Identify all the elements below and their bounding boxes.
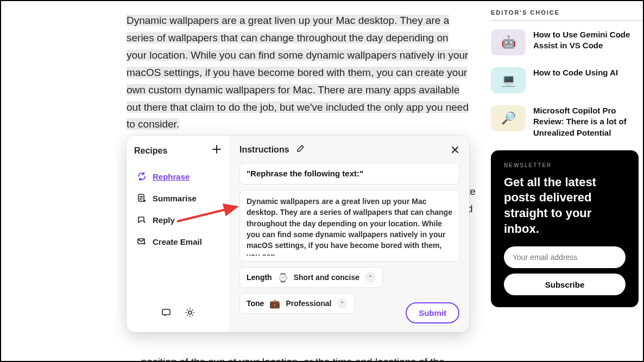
close-icon (451, 145, 459, 154)
thumbnail: 💻 (491, 67, 526, 93)
popup-sidebar: Recipes Rephrase Summarise Reply (127, 136, 230, 332)
svg-point-2 (144, 221, 146, 223)
choice-title: How to Code Using AI (533, 67, 618, 78)
briefcase-icon: 💼 (269, 299, 280, 309)
thumbnail: 🤖 (491, 29, 526, 55)
subscribe-button[interactable]: Subscribe (504, 274, 626, 295)
svg-point-4 (144, 243, 146, 245)
chat-icon[interactable] (161, 307, 172, 320)
recipe-item-summarise[interactable]: Summarise (134, 187, 222, 209)
choice-title: Microsoft Copilot Pro Review: There is a… (533, 105, 643, 138)
newsletter-card: NEWSLETTER Get all the latest posts deli… (491, 150, 639, 307)
length-option[interactable]: Length ⌚ Short and concise ⌃ (239, 267, 383, 288)
choice-title: How to Use Gemini Code Assist in VS Code (533, 29, 643, 52)
context-field[interactable]: Dynamic wallpapers are a great liven up … (239, 190, 459, 262)
divider (491, 20, 643, 21)
popup-footer (134, 307, 222, 323)
summarise-icon (136, 193, 147, 204)
edit-icon[interactable] (296, 144, 305, 155)
selected-text: Dynamic wallpapers are a great liven up … (127, 15, 469, 130)
reply-icon (136, 214, 147, 225)
instructions-header: Instructions (239, 144, 459, 155)
recipes-header: Recipes (134, 144, 222, 157)
chevron-up-icon: ⌃ (337, 298, 348, 309)
editors-choice-heading: EDITOR'S CHOICE (491, 9, 643, 16)
submit-button[interactable]: Submit (406, 302, 459, 323)
add-recipe-button[interactable] (212, 144, 222, 157)
recipe-item-rephrase[interactable]: Rephrase (134, 166, 222, 187)
popup-main: Instructions "Rephrase the following tex… (230, 136, 469, 332)
sidebar: EDITOR'S CHOICE 🤖 How to Use Gemini Code… (491, 9, 643, 307)
prompt-label: "Rephrase the following text:" (247, 169, 363, 178)
svg-point-1 (143, 200, 146, 202)
svg-point-6 (188, 311, 192, 314)
recipe-label: Create Email (153, 237, 202, 246)
plus-icon (212, 144, 222, 154)
newsletter-heading: Get all the latest posts delivered strai… (504, 175, 626, 237)
option-value: Short and concise (294, 273, 359, 282)
rephrase-popup: Recipes Rephrase Summarise Reply (127, 136, 469, 332)
rephrase-icon (136, 171, 147, 182)
editors-choice-item[interactable]: 🔎 Microsoft Copilot Pro Review: There is… (491, 105, 643, 138)
editors-choice-item[interactable]: 🤖 How to Use Gemini Code Assist in VS Co… (491, 29, 643, 55)
email-icon (136, 236, 147, 247)
watch-icon: ⌚ (277, 272, 288, 283)
recipe-item-reply[interactable]: Reply (134, 209, 222, 231)
settings-icon[interactable] (185, 307, 195, 320)
svg-rect-5 (162, 309, 170, 315)
thumbnail: 🔎 (491, 105, 526, 131)
tone-option[interactable]: Tone 💼 Professional ⌃ (239, 293, 355, 314)
email-field[interactable] (504, 246, 626, 268)
option-key: Length (247, 273, 272, 282)
close-button[interactable] (451, 145, 459, 156)
option-value: Professional (286, 299, 331, 308)
recipe-label: Reply (153, 215, 175, 225)
recipes-title: Recipes (134, 146, 167, 156)
editors-choice-item[interactable]: 💻 How to Code Using AI (491, 67, 643, 93)
prompt-field[interactable]: "Rephrase the following text:" (239, 163, 459, 185)
option-key: Tone (247, 299, 264, 308)
chevron-up-icon: ⌃ (365, 272, 376, 283)
context-text: Dynamic wallpapers are a great liven up … (247, 196, 452, 256)
newsletter-label: NEWSLETTER (504, 162, 626, 168)
article-paragraph: Dynamic wallpapers are a great liven up … (127, 12, 469, 133)
recipe-label: Summarise (153, 194, 197, 203)
recipe-item-create-email[interactable]: Create Email (134, 231, 222, 252)
recipe-label: Rephrase (153, 172, 190, 181)
instructions-title: Instructions (239, 145, 289, 155)
